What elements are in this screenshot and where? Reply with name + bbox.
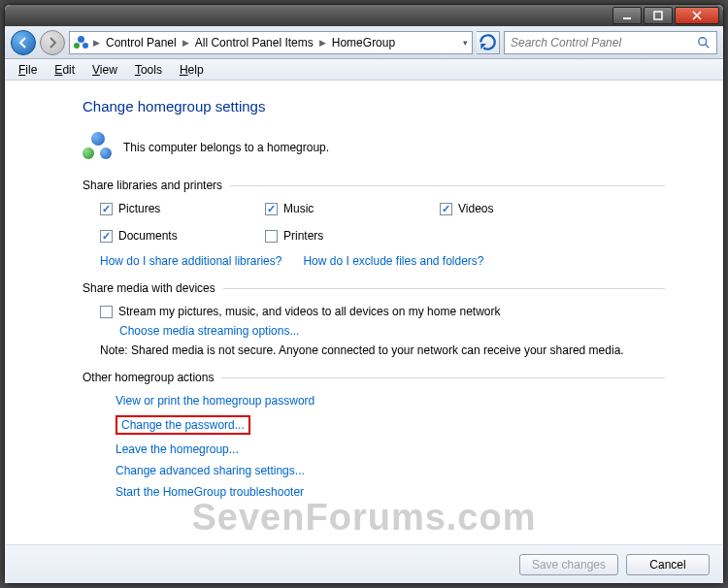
- link-leave-homegroup[interactable]: Leave the homegroup...: [116, 442, 665, 456]
- svg-rect-1: [654, 12, 662, 19]
- media-note: Note: Shared media is not secure. Anyone…: [100, 343, 665, 357]
- link-share-additional-libraries[interactable]: How do I share additional libraries?: [100, 254, 281, 268]
- link-troubleshooter[interactable]: Start the HomeGroup troubleshooter: [116, 485, 665, 499]
- menu-edit[interactable]: Edit: [47, 61, 83, 79]
- menu-bar: File Edit View Tools Help: [5, 59, 723, 81]
- nav-toolbar: ▶ Control Panel ▶ All Control Panel Item…: [5, 26, 723, 59]
- section-actions-label: Other homegroup actions: [83, 371, 214, 384]
- checkbox-videos[interactable]: Videos: [440, 202, 605, 215]
- link-change-password[interactable]: Change the password...: [116, 415, 250, 435]
- menu-help[interactable]: Help: [172, 61, 212, 79]
- homegroup-icon: [74, 35, 89, 50]
- section-share-label: Share libraries and printers: [83, 179, 222, 192]
- link-streaming-options[interactable]: Choose media streaming options...: [119, 324, 299, 338]
- forward-button[interactable]: [40, 30, 65, 55]
- link-advanced-sharing[interactable]: Change advanced sharing settings...: [116, 464, 665, 477]
- address-dropdown-icon[interactable]: ▾: [463, 38, 468, 48]
- search-input[interactable]: Search Control Panel: [504, 31, 717, 54]
- minimize-button[interactable]: [612, 7, 642, 24]
- section-share-libraries: Share libraries and printers: [83, 179, 665, 192]
- svg-point-2: [699, 37, 707, 45]
- link-view-password[interactable]: View or print the homegroup password: [116, 394, 665, 408]
- chevron-right-icon: ▶: [319, 38, 326, 48]
- search-placeholder: Search Control Panel: [511, 36, 621, 49]
- chevron-right-icon: ▶: [93, 38, 100, 48]
- svg-line-3: [706, 44, 710, 48]
- section-other-actions: Other homegroup actions: [83, 371, 665, 384]
- breadcrumb-seg-3[interactable]: HomeGroup: [328, 36, 399, 49]
- refresh-button[interactable]: [477, 31, 500, 54]
- belongs-text: This computer belongs to a homegroup.: [123, 141, 329, 154]
- menu-file[interactable]: File: [11, 61, 45, 79]
- section-share-media: Share media with devices: [83, 281, 665, 295]
- checkbox-printers[interactable]: Printers: [265, 229, 440, 243]
- back-button[interactable]: [11, 30, 36, 55]
- menu-tools[interactable]: Tools: [127, 61, 170, 79]
- breadcrumb-seg-2[interactable]: All Control Panel Items: [191, 36, 317, 49]
- svg-rect-0: [623, 17, 631, 19]
- window-frame: ▶ Control Panel ▶ All Control Panel Item…: [4, 4, 724, 584]
- checkbox-stream-media[interactable]: Stream my pictures, music, and videos to…: [100, 305, 665, 318]
- save-button: Save changes: [519, 554, 618, 575]
- titlebar: [5, 5, 723, 26]
- footer-bar: Save changes Cancel: [5, 544, 723, 583]
- checkbox-pictures[interactable]: Pictures: [100, 202, 265, 215]
- checkbox-documents[interactable]: Documents: [100, 229, 265, 243]
- chevron-right-icon: ▶: [182, 38, 189, 48]
- checkbox-music[interactable]: Music: [265, 202, 440, 215]
- menu-view[interactable]: View: [84, 61, 125, 79]
- breadcrumb-seg-1[interactable]: Control Panel: [102, 36, 181, 49]
- watermark: SevenForums.com: [5, 497, 723, 539]
- belongs-row: This computer belongs to a homegroup.: [83, 132, 665, 163]
- page-title: Change homegroup settings: [83, 98, 665, 114]
- search-icon: [697, 36, 711, 49]
- maximize-button[interactable]: [644, 7, 673, 24]
- section-media-label: Share media with devices: [83, 281, 215, 295]
- close-button[interactable]: [675, 7, 719, 24]
- link-exclude-files[interactable]: How do I exclude files and folders?: [303, 254, 483, 268]
- address-bar[interactable]: ▶ Control Panel ▶ All Control Panel Item…: [69, 31, 473, 54]
- content-area: Change homegroup settings This computer …: [5, 81, 723, 583]
- homegroup-icon: [83, 132, 114, 163]
- cancel-button[interactable]: Cancel: [626, 554, 710, 575]
